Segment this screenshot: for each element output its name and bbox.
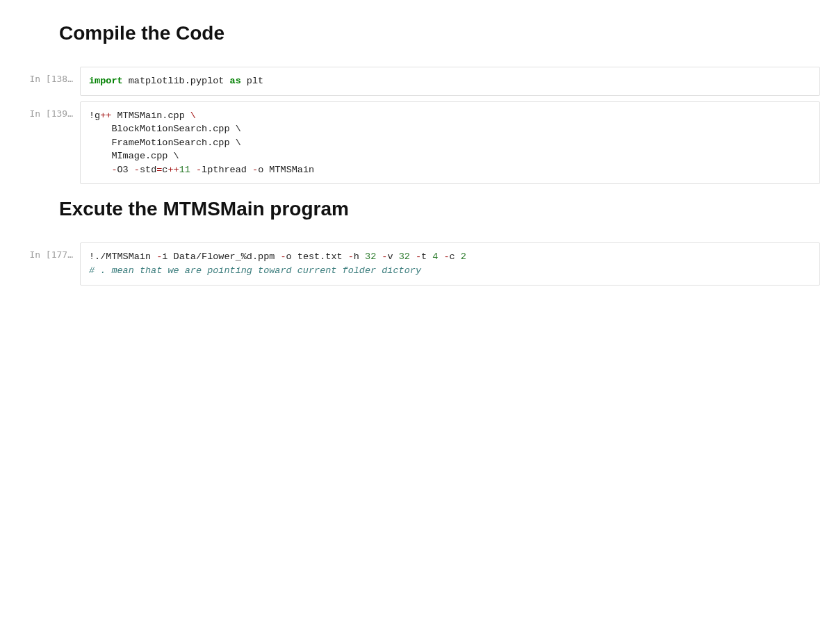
code-token: g: [95, 110, 100, 121]
code-token: !: [89, 110, 95, 121]
code-content: import matplotlib.pyplot as plt: [80, 67, 820, 96]
code-token: -: [280, 251, 286, 262]
code-input[interactable]: !g++ MTMSMain.cpp \ BlockMotionSearch.cp…: [80, 101, 820, 185]
code-token: -: [252, 165, 258, 175]
notebook-container: Compile the Code In [138… import matplot…: [14, 14, 820, 286]
code-token: FrameMotionSearch.cpp \: [89, 138, 241, 148]
code-token: t: [421, 251, 432, 262]
code-token: 32: [365, 251, 376, 262]
code-token: O3: [117, 165, 134, 175]
code-token: ./MTMSMain: [95, 251, 156, 262]
heading-compile: Compile the Code: [14, 22, 820, 44]
code-token: -: [196, 165, 202, 175]
code-token: [190, 165, 196, 175]
heading-execute: Excute the MTMSMain program: [14, 198, 820, 220]
markdown-cell: Excute the MTMSMain program: [14, 190, 820, 237]
input-prompt: In [139…: [14, 101, 80, 185]
code-cell: In [177… !./MTMSMain -i Data/Flower_%d.p…: [14, 242, 820, 285]
code-token: \: [190, 110, 196, 121]
markdown-content: Compile the Code: [14, 14, 820, 54]
code-token: -: [134, 165, 140, 175]
code-token: 11: [179, 165, 190, 175]
code-token: o MTMSMain: [258, 165, 314, 175]
code-token: MTMSMain.cpp: [111, 110, 190, 121]
input-prompt: In [138…: [14, 67, 80, 96]
code-token: BlockMotionSearch.cpp \: [89, 124, 241, 134]
code-token: lpthread: [202, 165, 252, 175]
code-token: MImage.cpp \: [89, 151, 179, 161]
code-token: -: [444, 251, 450, 262]
code-content: !g++ MTMSMain.cpp \ BlockMotionSearch.cp…: [80, 101, 820, 185]
code-cell: In [139… !g++ MTMSMain.cpp \ BlockMotion…: [14, 101, 820, 185]
code-token: std: [140, 165, 156, 175]
code-input[interactable]: !./MTMSMain -i Data/Flower_%d.ppm -o tes…: [80, 242, 820, 285]
code-token: h: [354, 251, 365, 262]
code-token: o test.txt: [286, 251, 348, 262]
code-token: matplotlib.pyplot: [123, 76, 230, 86]
code-token: -: [111, 165, 117, 175]
code-token: import: [89, 76, 123, 86]
input-prompt: In [177…: [14, 242, 80, 285]
code-token: -: [348, 251, 354, 262]
code-token: i Data/Flower_%d.ppm: [162, 251, 280, 262]
code-token: ++: [167, 165, 179, 175]
code-token: !: [89, 251, 95, 262]
markdown-content: Excute the MTMSMain program: [14, 190, 820, 230]
code-cell: In [138… import matplotlib.pyplot as plt: [14, 67, 820, 96]
code-token: [89, 165, 111, 175]
code-content: !./MTMSMain -i Data/Flower_%d.ppm -o tes…: [80, 242, 820, 285]
markdown-cell: Compile the Code: [14, 14, 820, 61]
code-token: plt: [241, 76, 263, 86]
code-token: -: [416, 251, 421, 262]
code-token: [438, 251, 443, 262]
code-token: 32: [399, 251, 410, 262]
code-token: 2: [461, 251, 466, 262]
code-token: c: [450, 251, 461, 262]
code-input[interactable]: import matplotlib.pyplot as plt: [80, 67, 820, 96]
code-token: [410, 251, 416, 262]
code-token: v: [387, 251, 398, 262]
code-token: as: [230, 76, 241, 86]
code-token: ++: [100, 110, 111, 121]
code-token: # . mean that we are pointing toward cur…: [89, 265, 421, 276]
